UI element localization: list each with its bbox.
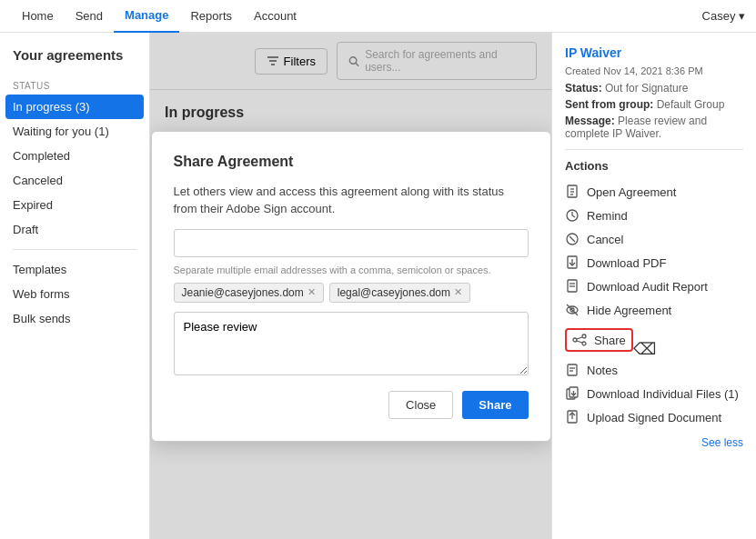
sidebar-item-waiting[interactable]: Waiting for you (1) (0, 119, 149, 144)
share-icon (572, 333, 587, 347)
action-download-files[interactable]: Download Individual Files (1) (565, 382, 743, 405)
sidebar: Your agreements STATUS In progress (3) W… (0, 33, 150, 539)
panel-created: Created Nov 14, 2021 8:36 PM (565, 65, 743, 76)
action-hide-agreement[interactable]: Hide Agreement (565, 298, 743, 322)
action-audit-label: Download Audit Report (587, 280, 708, 294)
panel-title: IP Waiver (565, 45, 743, 60)
audit-icon (565, 279, 580, 294)
top-navigation: Home Send Manage Reports Account Casey ▾ (0, 0, 756, 33)
svg-rect-25 (568, 364, 577, 375)
sidebar-item-expired[interactable]: Expired (0, 193, 149, 217)
nav-account[interactable]: Account (243, 0, 307, 33)
nav-send[interactable]: Send (65, 0, 114, 33)
email-tag-2: legal@caseyjones.dom ✕ (329, 283, 470, 303)
action-cancel[interactable]: Cancel (565, 227, 743, 251)
sidebar-item-completed[interactable]: Completed (0, 144, 149, 168)
nav-reports[interactable]: Reports (179, 0, 243, 33)
action-download-pdf[interactable]: Download PDF (565, 251, 743, 274)
email-tag-2-label: legal@caseyjones.dom (338, 286, 450, 299)
action-upload-label: Upload Signed Document (587, 411, 721, 424)
action-open-agreement[interactable]: Open Agreement (565, 180, 743, 204)
sidebar-item-draft[interactable]: Draft (0, 217, 149, 242)
sidebar-item-bulk-sends[interactable]: Bulk sends (0, 306, 149, 331)
action-notes-label: Notes (587, 364, 618, 377)
cancel-icon (565, 232, 580, 246)
svg-point-21 (573, 338, 577, 342)
panel-message: Message: Please review and complete IP W… (565, 115, 743, 140)
note-textarea[interactable]: Please review (174, 312, 529, 375)
status-label: STATUS (0, 74, 149, 95)
modal-title: Share Agreement (174, 154, 529, 170)
upload-icon (565, 410, 580, 424)
action-open-label: Open Agreement (587, 185, 676, 199)
notes-icon (565, 363, 580, 377)
document-icon (565, 185, 580, 199)
clock-icon (565, 208, 580, 223)
action-share-label: Share (594, 334, 626, 347)
actions-title: Actions (565, 159, 743, 173)
panel-meta: Created Nov 14, 2021 8:36 PM Status: Out… (565, 65, 743, 140)
panel-group: Sent from group: Default Group (565, 98, 743, 111)
nav-manage[interactable]: Manage (114, 0, 179, 33)
sidebar-heading: Your agreements (0, 47, 149, 74)
right-panel: IP Waiver Created Nov 14, 2021 8:36 PM S… (551, 33, 756, 539)
action-remind-label: Remind (587, 209, 628, 223)
action-notes[interactable]: Notes (565, 358, 743, 382)
modal-description: Let others view and access this agreemen… (174, 183, 529, 218)
see-less-link[interactable]: See less (565, 436, 743, 449)
modal-footer: Close Share (174, 391, 529, 419)
action-cancel-label: Cancel (587, 233, 623, 246)
sidebar-divider (13, 249, 136, 250)
content-area: Filters Search for agreements and users.… (150, 33, 551, 539)
email-tag-2-remove[interactable]: ✕ (454, 286, 462, 298)
svg-line-24 (577, 341, 582, 343)
panel-divider (565, 149, 743, 150)
email-tag-1-label: Jeanie@caseyjones.dom (182, 286, 304, 299)
action-hide-label: Hide Agreement (587, 304, 671, 317)
sidebar-item-canceled[interactable]: Canceled (0, 168, 149, 193)
nav-home[interactable]: Home (11, 0, 65, 33)
email-input[interactable] (174, 229, 529, 257)
svg-point-20 (582, 334, 586, 338)
svg-point-22 (582, 342, 586, 345)
action-upload-signed[interactable]: Upload Signed Document (565, 405, 743, 429)
email-tag-1: Jeanie@caseyjones.dom ✕ (174, 283, 324, 303)
action-share[interactable]: Share ⌫ (565, 324, 743, 356)
hide-icon (565, 303, 580, 317)
files-icon (565, 386, 580, 401)
share-button[interactable]: Share (462, 391, 528, 419)
action-download-pdf-label: Download PDF (587, 256, 666, 270)
user-menu[interactable]: Casey ▾ (702, 9, 745, 23)
action-download-files-label: Download Individual Files (1) (587, 387, 739, 401)
modal-hint: Separate multiple email addresses with a… (174, 265, 529, 275)
cursor-pointer-icon: ⌫ (633, 339, 656, 359)
svg-line-11 (570, 236, 575, 242)
sidebar-item-in-progress[interactable]: In progress (3) (5, 95, 144, 119)
modal-overlay: Share Agreement Let others view and acce… (150, 33, 551, 539)
panel-status: Status: Out for Signature (565, 82, 743, 95)
sidebar-item-templates[interactable]: Templates (0, 257, 149, 282)
sidebar-item-web-forms[interactable]: Web forms (0, 282, 149, 306)
share-highlight-box[interactable]: Share (565, 328, 633, 352)
download-pdf-icon (565, 255, 580, 270)
close-button[interactable]: Close (388, 391, 453, 419)
action-download-audit[interactable]: Download Audit Report (565, 274, 743, 298)
action-remind[interactable]: Remind (565, 204, 743, 227)
email-tags-row: Jeanie@caseyjones.dom ✕ legal@caseyjones… (174, 283, 529, 303)
svg-line-23 (577, 337, 582, 339)
email-tag-1-remove[interactable]: ✕ (307, 286, 316, 298)
share-agreement-modal: Share Agreement Let others view and acce… (151, 131, 551, 442)
